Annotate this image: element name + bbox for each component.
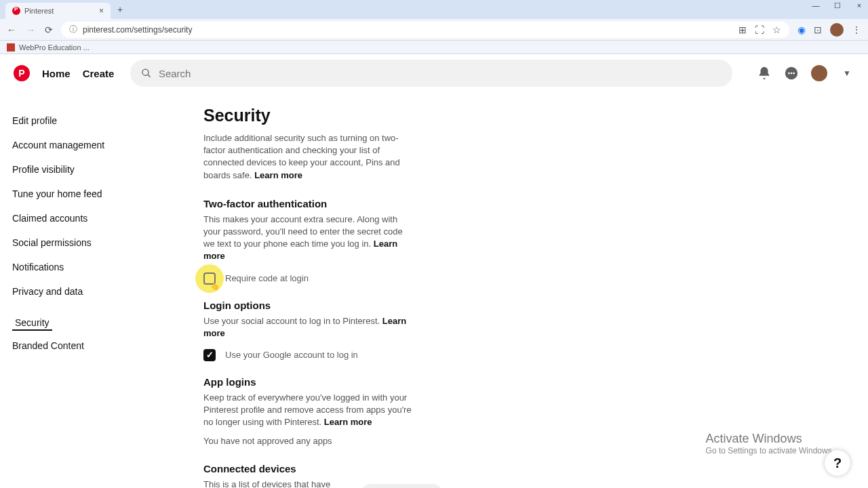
require-code-label: Require code at login xyxy=(225,273,309,283)
page-title: Security xyxy=(203,106,637,125)
address-bar[interactable]: ⓘ pinterest.com/settings/security ⊞ ⛶ ☆ xyxy=(61,22,789,38)
browser-tab[interactable]: Pinterest × xyxy=(5,3,111,19)
sidebar-item-profile-visibility[interactable]: Profile visibility xyxy=(9,157,167,182)
reload-icon[interactable]: ⟳ xyxy=(45,24,53,35)
connected-devices-section: Connected devices This is a list of devi… xyxy=(203,463,637,488)
activate-title: Activate Windows xyxy=(706,432,834,446)
bookmark-star-icon[interactable]: ☆ xyxy=(772,24,781,35)
bookmark-favicon xyxy=(7,43,15,52)
main-layout: Edit profile Account management Profile … xyxy=(0,92,868,488)
nav-create[interactable]: Create xyxy=(83,68,115,79)
browser-toolbar: ← → ⟳ ⓘ pinterest.com/settings/security … xyxy=(0,19,868,41)
sidebar-item-claimed-accounts[interactable]: Claimed accounts xyxy=(9,206,167,230)
minimize-icon[interactable]: — xyxy=(810,1,822,10)
browser-profile-avatar[interactable] xyxy=(830,23,844,37)
cursor-pointer-icon: 👆 xyxy=(210,282,220,291)
notifications-icon[interactable] xyxy=(757,66,772,81)
help-button[interactable]: ? xyxy=(825,450,850,476)
maximize-icon[interactable]: ☐ xyxy=(831,1,844,10)
close-window-icon[interactable]: × xyxy=(853,1,865,10)
browser-titlebar: Pinterest × + — ☐ × xyxy=(0,0,868,19)
svg-point-0 xyxy=(142,69,149,75)
extension-icon[interactable]: ◉ xyxy=(797,24,806,35)
install-icon[interactable]: ⊞ xyxy=(738,24,747,35)
tfa-description: This makes your account extra secure. Al… xyxy=(203,214,414,263)
apps-description: Keep track of everywhere you've logged i… xyxy=(203,392,414,429)
sidebar-item-tune-home-feed[interactable]: Tune your home feed xyxy=(9,182,167,206)
chevron-down-icon[interactable]: ▼ xyxy=(840,66,854,81)
sidebar-item-branded-content[interactable]: Branded Content xyxy=(9,333,167,358)
app-header: P Home Create ▼ xyxy=(0,54,868,92)
url-text: pinterest.com/settings/security xyxy=(83,25,192,35)
pinterest-favicon xyxy=(12,7,20,15)
page-intro: Include additional security such as turn… xyxy=(203,132,407,182)
browser-menu-icon[interactable]: ⋮ xyxy=(852,24,861,35)
activate-windows-watermark: Activate Windows Go to Settings to activ… xyxy=(706,432,834,455)
login-options-section: Login options Use your social account to… xyxy=(203,300,637,361)
back-icon[interactable]: ← xyxy=(7,24,16,35)
two-factor-section: Two-factor authentication This makes you… xyxy=(203,198,637,285)
sidebar-item-privacy-data[interactable]: Privacy and data xyxy=(9,279,167,304)
sidebar-item-security[interactable]: Security xyxy=(12,310,52,331)
search-bar[interactable] xyxy=(130,60,732,87)
settings-content: Security Include additional security suc… xyxy=(176,92,665,488)
tfa-checkbox-row: Require code at login 👆 xyxy=(203,272,637,285)
learn-more-link[interactable]: Learn more xyxy=(324,417,372,427)
translate-icon[interactable]: ⛶ xyxy=(755,24,764,35)
devices-description: This is a list of devices that have logg… xyxy=(203,479,339,488)
extensions-icon[interactable]: ⊡ xyxy=(814,24,822,35)
messages-icon[interactable] xyxy=(784,66,799,81)
show-sessions-button[interactable]: Show sessions xyxy=(359,484,444,488)
site-info-icon[interactable]: ⓘ xyxy=(69,24,77,35)
user-avatar[interactable] xyxy=(811,65,827,81)
forward-icon[interactable]: → xyxy=(26,24,35,35)
bookmark-bar: WebPro Education ... xyxy=(0,41,868,54)
svg-point-4 xyxy=(791,73,793,75)
nav-home[interactable]: Home xyxy=(42,68,71,79)
tab-title: Pinterest xyxy=(24,7,54,15)
sidebar-item-social-permissions[interactable]: Social permissions xyxy=(9,230,167,255)
new-tab-button[interactable]: + xyxy=(117,4,123,15)
google-login-label: Use your Google account to log in xyxy=(225,350,358,360)
svg-line-1 xyxy=(148,75,151,77)
pinterest-logo[interactable]: P xyxy=(14,65,30,81)
google-login-checkbox[interactable] xyxy=(203,349,216,361)
sidebar-item-account-management[interactable]: Account management xyxy=(9,133,167,157)
svg-point-5 xyxy=(793,73,795,75)
login-heading: Login options xyxy=(203,300,637,311)
apps-status: You have not approved any apps xyxy=(203,435,414,447)
svg-point-3 xyxy=(788,73,790,75)
search-icon xyxy=(141,68,152,79)
devices-heading: Connected devices xyxy=(203,463,637,474)
app-logins-section: App logins Keep track of everywhere you'… xyxy=(203,376,637,448)
search-input[interactable] xyxy=(159,68,722,79)
close-tab-icon[interactable]: × xyxy=(99,6,104,16)
window-controls: — ☐ × xyxy=(810,1,865,10)
google-login-row: Use your Google account to log in xyxy=(203,349,637,361)
apps-heading: App logins xyxy=(203,376,637,388)
learn-more-link[interactable]: Learn more xyxy=(254,170,302,180)
login-description: Use your social account to log in to Pin… xyxy=(203,315,414,340)
settings-sidebar: Edit profile Account management Profile … xyxy=(0,92,176,488)
sidebar-item-edit-profile[interactable]: Edit profile xyxy=(9,108,167,133)
sidebar-item-notifications[interactable]: Notifications xyxy=(9,255,167,279)
activate-subtitle: Go to Settings to activate Windows. xyxy=(706,446,834,455)
bookmark-item[interactable]: WebPro Education ... xyxy=(19,43,90,52)
tfa-heading: Two-factor authentication xyxy=(203,198,637,209)
